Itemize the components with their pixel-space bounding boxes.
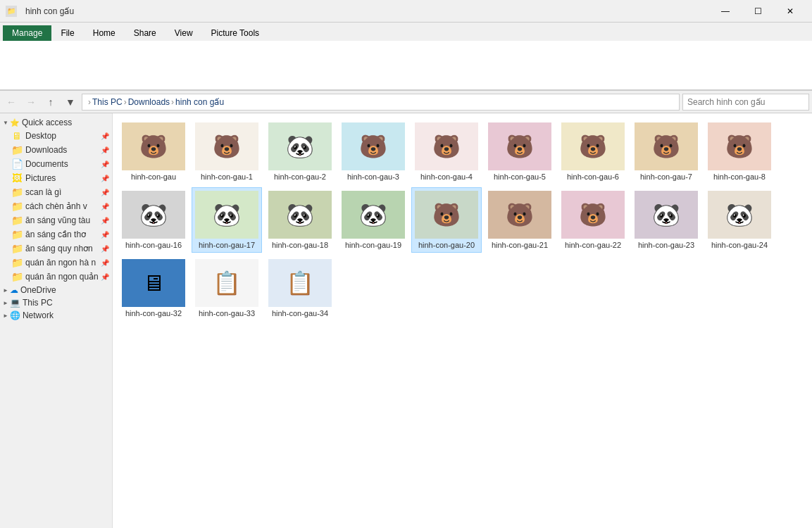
file-item[interactable]: 🖥hinh-con-gau-32 (118, 256, 189, 321)
title-bar: 📁 hinh con gấu — ☐ ✕ (0, 0, 812, 23)
file-thumbnail: 📋 (195, 259, 258, 307)
file-item[interactable]: 🐻hinh-con-gau-21 (485, 187, 555, 253)
tab-manage[interactable]: Manage (3, 25, 51, 41)
file-item[interactable]: 🐼hinh-con-gau-2 (265, 119, 335, 184)
file-item[interactable]: 🐻hinh-con-gau-4 (411, 119, 482, 184)
search-input[interactable] (687, 97, 804, 107)
ribbon-tabs: Manage File Home Share View Picture Tool… (0, 23, 812, 41)
file-item[interactable]: 🐼hinh-con-gau-18 (265, 187, 335, 253)
tab-share[interactable]: Share (125, 25, 165, 41)
pin-icon: 📌 (101, 273, 109, 281)
sidebar-item-label: Desktop (25, 131, 56, 141)
sidebar-item-desktop[interactable]: 🖥 Desktop 📌 (0, 129, 112, 143)
file-name: hinh-con-gau-17 (195, 241, 258, 249)
file-thumbnail: 🐼 (635, 191, 698, 239)
file-item[interactable]: 🐼hinh-con-gau-23 (631, 187, 701, 253)
tab-file[interactable]: File (51, 25, 83, 41)
sidebar-item-an-sang-can-tho[interactable]: 📁 ăn sáng cần thơ 📌 (0, 227, 112, 241)
sidebar-item-quan-an-ha-noi[interactable]: 📁 quán ăn ngon hà n 📌 (0, 256, 112, 270)
file-item[interactable]: 🐻hinh-con-gau-20 (411, 187, 482, 253)
ribbon: Manage File Home Share View Picture Tool… (0, 23, 812, 91)
tab-home[interactable]: Home (84, 25, 125, 41)
file-name: hinh-con-gau-1 (195, 172, 258, 181)
network-icon: 🌐 (10, 310, 20, 320)
recent-button[interactable]: ▼ (62, 94, 79, 111)
maximize-button[interactable]: ☐ (742, 0, 774, 23)
file-item[interactable]: 🐻hinh-con-gau-1 (192, 119, 262, 184)
sidebar-item-quan-an-quang[interactable]: 📁 quán ăn ngon quản 📌 (0, 270, 112, 284)
file-name: hinh-con-gau-20 (415, 241, 478, 249)
file-item[interactable]: 🐼hinh-con-gau-17 (192, 187, 262, 253)
sidebar-item-documents[interactable]: 📄 Documents 📌 (0, 157, 112, 171)
ribbon-content (0, 41, 812, 90)
sidebar-item-pictures[interactable]: 🖼 Pictures 📌 (0, 171, 112, 185)
window-controls: — ☐ ✕ (709, 0, 806, 23)
this-pc-label: This PC (23, 298, 53, 308)
path-this-pc[interactable]: This PC (92, 97, 123, 107)
sidebar-section-this-pc[interactable]: ► 💻 This PC (0, 296, 112, 309)
folder-icon: 📄 (11, 158, 23, 170)
file-item[interactable]: 🐼hinh-con-gau-24 (704, 187, 775, 253)
sidebar-item-downloads[interactable]: 📁 Downloads 📌 (0, 143, 112, 157)
sidebar-section-network[interactable]: ► 🌐 Network (0, 309, 112, 322)
file-thumbnail: 🐻 (415, 122, 478, 170)
file-preview-icon: 🐻 (432, 201, 461, 228)
file-preview-icon: 📋 (213, 270, 241, 296)
file-preview-icon: 🐻 (359, 133, 387, 160)
file-item[interactable]: 🐼hinh-con-gau-16 (118, 187, 189, 253)
file-item[interactable]: 🐻hinh-con-gau-3 (338, 119, 408, 184)
sidebar-item-scan[interactable]: 📁 scan là gì 📌 (0, 185, 112, 199)
file-name: hinh-con-gau-4 (415, 172, 478, 181)
file-preview-icon: 🐻 (432, 133, 461, 160)
file-preview-icon: 🐼 (652, 201, 680, 228)
file-name: hinh-con-gau-19 (342, 241, 405, 249)
minimize-button[interactable]: — (709, 0, 742, 23)
file-thumbnail: 🐻 (415, 191, 478, 239)
path-downloads[interactable]: Downloads (128, 97, 170, 107)
pc-icon: 💻 (10, 298, 20, 308)
file-item[interactable]: 🐻hinh-con-gau-5 (485, 119, 555, 184)
file-item[interactable]: 🐻hinh-con-gau-22 (558, 187, 628, 253)
file-thumbnail: 🐼 (268, 122, 332, 170)
sidebar-item-an-sang-quy-nhon[interactable]: 📁 ăn sáng quy nhơn 📌 (0, 241, 112, 256)
file-name: hinh-con-gau-5 (488, 172, 551, 181)
up-button[interactable]: ↑ (42, 94, 59, 111)
pin-icon: 📌 (101, 161, 109, 168)
tab-view[interactable]: View (165, 25, 202, 41)
forward-button[interactable]: → (23, 94, 39, 111)
sidebar-item-an-sang-vung-tau[interactable]: 📁 ăn sáng vũng tàu 📌 (0, 213, 112, 227)
file-preview-icon: 🐼 (725, 201, 754, 228)
sidebar-section-onedrive[interactable]: ► ☁ OneDrive (0, 284, 112, 296)
onedrive-label: OneDrive (20, 285, 56, 295)
file-thumbnail: 🐼 (268, 191, 332, 239)
search-box[interactable] (682, 94, 809, 111)
file-item[interactable]: 📋hinh-con-gau-33 (192, 256, 262, 321)
file-name: hinh-con-gau-2 (268, 172, 332, 181)
file-name: hinh-con-gau (122, 172, 185, 181)
file-name: hinh-con-gau-22 (561, 241, 625, 249)
sidebar-item-label: scan là gì (25, 187, 61, 197)
pin-icon: 📌 (101, 231, 109, 239)
file-thumbnail: 🐻 (488, 122, 551, 170)
file-preview-icon: 🐼 (213, 201, 241, 228)
file-item[interactable]: 🐻hinh-con-gau-7 (631, 119, 701, 184)
expand-icon: ► (3, 287, 8, 294)
file-preview-icon: 🐼 (286, 133, 314, 160)
path-current[interactable]: hinh con gấu (175, 97, 224, 107)
close-button[interactable]: ✕ (774, 0, 806, 23)
file-item[interactable]: 🐻hinh-con-gau-8 (704, 119, 775, 184)
back-button[interactable]: ← (3, 94, 20, 111)
file-name: hinh-con-gau-34 (268, 309, 332, 318)
file-item[interactable]: 🐻hinh-con-gau (118, 119, 189, 184)
tab-picture-tools[interactable]: Picture Tools (202, 25, 268, 41)
file-item[interactable]: 🐻hinh-con-gau-6 (558, 119, 628, 184)
file-preview-icon: 🐻 (506, 133, 534, 160)
file-thumbnail: 🐼 (195, 191, 258, 239)
file-thumbnail: 🐻 (122, 122, 185, 170)
file-item[interactable]: 📋hinh-con-gau-34 (265, 256, 335, 321)
sidebar-section-quick-access[interactable]: ▼ ⭐ Quick access (0, 116, 112, 129)
sidebar-item-cach-chen[interactable]: 📁 cách chèn ảnh v 📌 (0, 199, 112, 213)
address-path[interactable]: › This PC › Downloads › hinh con gấu (82, 94, 680, 111)
file-item[interactable]: 🐼hinh-con-gau-19 (338, 187, 408, 253)
folder-icon: 📁 (11, 271, 23, 282)
